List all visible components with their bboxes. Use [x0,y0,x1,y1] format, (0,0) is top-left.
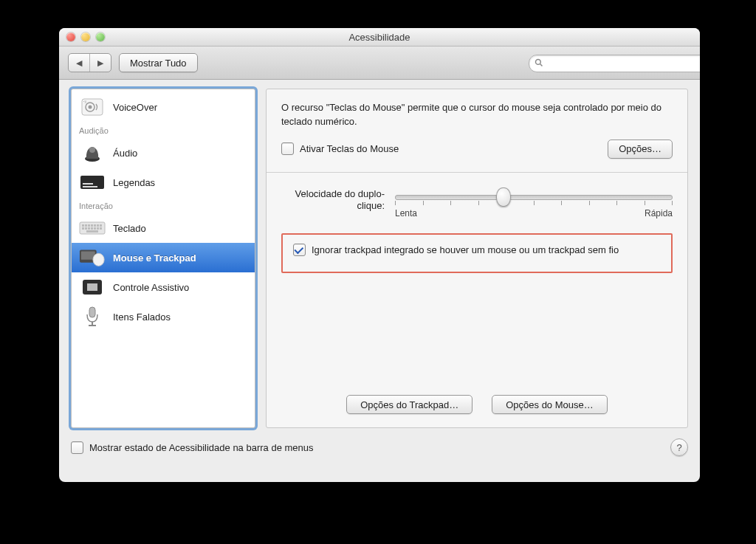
svg-rect-19 [82,227,84,230]
chevron-right-icon: ▶ [97,58,103,68]
window-title: Acessibilidade [59,32,700,43]
svg-rect-22 [91,227,93,230]
zoom-window-button[interactable] [96,32,105,41]
category-sidebar[interactable]: •)) VoiceOver Audição Áudio [71,89,255,428]
minimize-window-button[interactable] [81,32,90,41]
svg-rect-16 [94,224,96,227]
voiceover-icon: •)) [79,96,106,118]
close-window-button[interactable] [66,32,75,41]
mouse-keys-options-button[interactable]: Opções… [608,140,673,159]
search-field[interactable] [529,55,691,71]
sidebar-item-itens-falados[interactable]: Itens Falados [72,302,255,331]
global-options-row: Mostrar estado de Acessibilidade na barr… [71,438,688,456]
sidebar-item-label: Áudio [113,148,137,159]
double-click-speed-slider[interactable]: Lenta Rápida [395,187,673,217]
sidebar-item-teclado[interactable]: Teclado [72,213,255,243]
svg-rect-24 [97,227,99,230]
ignore-trackpad-checkbox[interactable] [293,244,306,256]
slider-min-label: Lenta [395,208,417,218]
svg-rect-17 [97,224,99,227]
titlebar: Acessibilidade [59,28,700,47]
sidebar-item-legendas[interactable]: Legendas [72,168,255,197]
svg-rect-12 [82,224,84,227]
ignore-trackpad-label: Ignorar trackpad integrado se houver um … [312,244,619,257]
search-input[interactable] [529,55,700,72]
sidebar-item-label: Itens Falados [113,311,171,323]
sidebar-item-audio[interactable]: Áudio [72,138,255,168]
highlighted-option: Ignorar trackpad integrado se houver um … [281,233,673,273]
speaker-icon [79,142,106,164]
sidebar-item-label: Controle Assistivo [113,282,189,293]
sidebar-item-controle-assistivo[interactable]: Controle Assistivo [72,272,255,302]
svg-rect-20 [85,227,87,230]
svg-rect-10 [83,186,97,187]
mouse-keys-label: Ativar Teclas do Mouse [300,143,399,154]
svg-rect-13 [85,224,87,227]
sidebar-item-label: Teclado [113,223,146,234]
sidebar-item-label: Legendas [113,177,155,188]
slider-knob[interactable] [496,187,511,207]
svg-rect-26 [86,230,98,233]
mouse-trackpad-icon [79,247,106,269]
svg-rect-25 [100,227,102,230]
search-icon [535,58,543,67]
slider-max-label: Rápida [645,208,673,218]
settings-pane: O recurso "Teclas do Mouse" permite que … [266,89,688,428]
svg-point-0 [536,60,541,65]
svg-rect-15 [91,224,93,227]
show-status-menubar-label: Mostrar estado de Acessibilidade na barr… [89,442,314,453]
preferences-window: Acessibilidade ◀ ▶ Mostrar Tudo [59,28,700,482]
svg-rect-14 [88,224,90,227]
mouse-keys-checkbox[interactable] [281,142,294,155]
svg-point-29 [93,253,104,266]
svg-rect-18 [100,224,102,227]
double-click-speed-label: Velocidade do duplo-clique: [281,188,385,211]
toolbar: ◀ ▶ Mostrar Tudo [59,47,700,80]
show-all-button[interactable]: Mostrar Tudo [119,53,198,72]
content-area: •)) VoiceOver Audição Áudio [59,78,700,482]
svg-rect-21 [88,227,90,230]
help-button[interactable]: ? [670,438,688,456]
captions-icon [79,171,106,193]
mouse-keys-description: O recurso "Teclas do Mouse" permite que … [281,101,673,129]
window-controls [59,32,105,41]
svg-point-4 [89,106,92,109]
svg-point-7 [89,147,95,153]
svg-text:•)): •)) [83,100,87,103]
sidebar-category-audicao: Audição [72,122,255,138]
show-status-menubar-checkbox[interactable] [71,441,83,454]
sidebar-item-mouse-trackpad[interactable]: Mouse e Trackpad [72,243,255,272]
chevron-left-icon: ◀ [76,58,82,68]
sidebar-category-interacao: Interação [72,197,255,213]
svg-rect-31 [87,283,97,291]
microphone-icon [79,306,106,328]
mouse-options-button[interactable]: Opções do Mouse… [492,395,608,414]
svg-rect-32 [89,307,95,317]
keyboard-icon [79,217,106,239]
sidebar-item-label: Mouse e Trackpad [113,252,196,264]
sidebar-item-voiceover[interactable]: •)) VoiceOver [72,92,255,122]
svg-line-1 [540,64,543,66]
switch-control-icon [79,276,106,298]
back-button[interactable]: ◀ [69,54,89,72]
forward-button[interactable]: ▶ [89,54,111,72]
svg-rect-9 [83,183,93,185]
divider [267,172,687,173]
nav-segmented: ◀ ▶ [68,53,111,72]
trackpad-options-button[interactable]: Opções do Trackpad… [346,395,472,414]
svg-rect-23 [94,227,96,230]
sidebar-item-label: VoiceOver [113,102,157,113]
